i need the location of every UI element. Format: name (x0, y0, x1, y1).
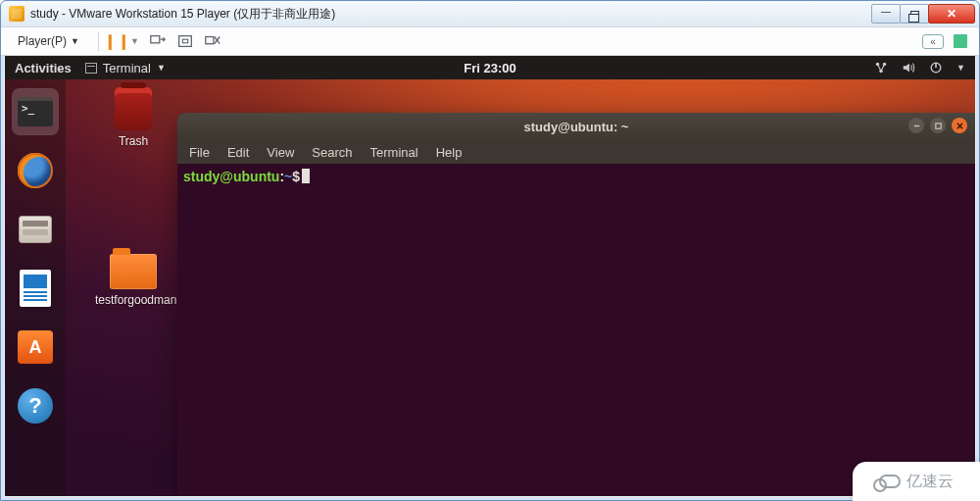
terminal-small-icon (85, 63, 97, 74)
svg-rect-2 (182, 39, 187, 43)
files-icon (19, 216, 52, 243)
menu-edit[interactable]: Edit (227, 145, 249, 160)
volume-icon (902, 61, 915, 75)
terminal-window-controls (908, 118, 967, 133)
player-menu-button[interactable]: Player(P) ▼ (9, 31, 88, 51)
terminal-window: study@ubuntu: ~ File Edit View Search Te… (177, 113, 975, 496)
dock-terminal[interactable] (13, 89, 58, 134)
guest-viewport: Activities Terminal ▼ Fri 23:00 ▼ (5, 56, 975, 496)
terminal-close-button[interactable] (952, 118, 967, 133)
terminal-titlebar[interactable]: study@ubuntu: ~ (177, 113, 975, 140)
desktop-icon-trash[interactable]: Trash (95, 87, 172, 148)
menu-search[interactable]: Search (312, 145, 352, 160)
trash-icon (115, 87, 152, 130)
terminal-body[interactable]: study@ubuntu:~$ (177, 164, 975, 496)
vmware-toolbar: Player(P) ▼ ❙❙ ▼ « (1, 26, 979, 56)
system-tray[interactable]: ▼ (874, 61, 965, 75)
svg-rect-0 (151, 36, 160, 43)
dock-libreoffice[interactable] (13, 266, 58, 311)
pause-vm-icon[interactable]: ❙❙ (109, 32, 126, 50)
menu-view[interactable]: View (267, 145, 294, 160)
settings-note-icon[interactable] (954, 34, 967, 48)
power-icon (929, 61, 943, 75)
player-menu-label: Player(P) (18, 34, 67, 48)
terminal-menubar: File Edit View Search Terminal Help (177, 140, 975, 164)
terminal-icon (18, 97, 53, 126)
app-menu-button[interactable]: Terminal ▼ (85, 61, 166, 75)
tray-chevron-down-icon: ▼ (956, 63, 965, 73)
folder-icon (110, 254, 157, 289)
gnome-top-bar: Activities Terminal ▼ Fri 23:00 ▼ (5, 56, 975, 79)
prompt-userhost: study@ubuntu (183, 169, 279, 184)
svg-rect-3 (206, 37, 214, 44)
libreoffice-writer-icon (20, 270, 51, 307)
toolbar-separator (98, 31, 99, 51)
window-titlebar[interactable]: study - VMware Workstation 15 Player (仅用… (1, 1, 979, 26)
pause-dropdown-icon[interactable]: ▼ (130, 36, 139, 46)
minimize-button[interactable]: — (871, 4, 901, 24)
fullscreen-icon[interactable] (176, 32, 194, 50)
folder-label: testforgoodman (95, 293, 172, 307)
cycle-multiple-monitors-icon[interactable]: « (922, 34, 944, 49)
dock-firefox[interactable] (13, 148, 58, 193)
send-ctrl-alt-del-icon[interactable] (149, 32, 167, 50)
ubuntu-dock: ? (5, 79, 66, 496)
clock-button[interactable]: Fri 23:00 (464, 61, 515, 75)
prompt-symbol: $ (292, 169, 300, 184)
ubuntu-desktop[interactable]: ? Trash testforgoodman study@ubuntu: ~ (5, 79, 975, 496)
firefox-icon (18, 153, 53, 188)
cloud-icon (879, 475, 901, 488)
dock-help[interactable]: ? (13, 383, 58, 428)
terminal-maximize-button[interactable] (930, 118, 946, 133)
chevron-down-icon: ▼ (157, 63, 166, 73)
svg-rect-1 (179, 36, 192, 47)
ubuntu-software-icon (18, 330, 53, 364)
terminal-title-text: study@ubuntu: ~ (524, 120, 629, 134)
app-menu-label: Terminal (103, 61, 151, 75)
terminal-minimize-button[interactable] (908, 118, 924, 133)
vmware-window: study - VMware Workstation 15 Player (仅用… (0, 0, 980, 501)
menu-terminal[interactable]: Terminal (370, 145, 418, 160)
desktop-icon-testforgoodman[interactable]: testforgoodman (95, 254, 172, 307)
dock-files[interactable] (13, 207, 58, 252)
unity-mode-icon[interactable] (204, 32, 221, 50)
window-controls: — ✕ (872, 4, 975, 24)
menu-help[interactable]: Help (436, 145, 463, 160)
watermark-text: 亿速云 (906, 472, 954, 492)
close-button[interactable]: ✕ (928, 4, 975, 24)
vmware-icon (9, 6, 24, 22)
activities-button[interactable]: Activities (15, 61, 72, 75)
watermark: 亿速云 (853, 462, 980, 501)
terminal-cursor (302, 169, 310, 183)
help-icon: ? (18, 388, 53, 424)
maximize-button[interactable] (900, 4, 929, 24)
svg-rect-12 (935, 123, 940, 127)
menu-file[interactable]: File (189, 145, 210, 160)
window-title: study - VMware Workstation 15 Player (仅用… (30, 6, 335, 23)
trash-label: Trash (95, 134, 172, 148)
dock-software[interactable] (13, 325, 58, 370)
network-icon (874, 61, 888, 75)
